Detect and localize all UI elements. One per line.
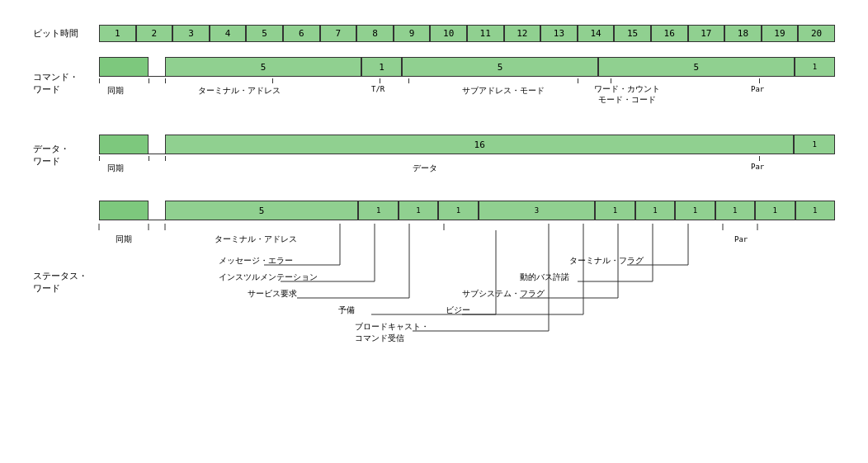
bit-cell-20: 20 xyxy=(798,25,835,42)
cmd-sync-block xyxy=(99,57,149,77)
cmd-seg-1: 5 xyxy=(165,57,361,77)
status-word-section: ステータス・ ワード 5 1 1 1 3 1 xyxy=(33,201,835,364)
bit-time-label: ビット時間 xyxy=(33,27,99,40)
svg-text:サービス要求: サービス要求 xyxy=(248,289,297,298)
svg-text:ターミナル・フラグ: ターミナル・フラグ xyxy=(569,256,644,265)
cmd-sync-gap xyxy=(149,57,165,77)
data-word-label: データ・ ワード xyxy=(33,135,99,176)
bit-cell-10: 10 xyxy=(430,25,467,42)
status-seg-2: 1 xyxy=(358,201,398,220)
data-par: 1 xyxy=(794,135,835,154)
bit-cell-13: 13 xyxy=(540,25,578,42)
bit-cell-2: 2 xyxy=(136,25,173,42)
bit-cell-9: 9 xyxy=(394,25,431,42)
bit-time-row: ビット時間 1234567891011121314151617181920 xyxy=(33,25,835,42)
bit-cell-14: 14 xyxy=(578,25,615,42)
svg-text:Par: Par xyxy=(734,235,748,243)
bit-cells: 1234567891011121314151617181920 xyxy=(99,25,835,42)
data-sync-ann: 同期 xyxy=(107,163,124,174)
status-seg-1: 5 xyxy=(165,201,358,220)
status-word-row: ステータス・ ワード 5 1 1 1 3 1 xyxy=(33,201,835,364)
cmd-sync-ann: 同期 xyxy=(107,85,124,97)
svg-text:コマンド受信: コマンド受信 xyxy=(355,333,404,343)
svg-text:サブシステム・フラグ: サブシステム・フラグ xyxy=(462,289,545,298)
data-sync-gap xyxy=(149,135,165,154)
status-seg-7: 1 xyxy=(635,201,675,220)
data-annotation-row: 同期 データ Par xyxy=(99,156,835,176)
status-seg-6: 1 xyxy=(595,201,634,220)
data-par-ann: Par xyxy=(751,163,764,171)
bit-cell-7: 7 xyxy=(320,25,357,42)
data-sync-block xyxy=(99,135,149,154)
svg-text:メッセージ・エラー: メッセージ・エラー xyxy=(219,256,293,265)
bit-cell-8: 8 xyxy=(356,25,394,42)
svg-text:同期: 同期 xyxy=(116,234,132,243)
svg-text:インスツルメンテーション: インスツルメンテーション xyxy=(219,272,318,281)
cmd-tr-ann: T/R xyxy=(371,85,384,93)
svg-text:予備: 予備 xyxy=(338,305,355,314)
status-seg-8: 1 xyxy=(675,201,715,220)
data-word-row: データ・ ワード 16 1 同期 データ Par xyxy=(33,135,835,176)
bit-cell-17: 17 xyxy=(688,25,725,42)
bit-cell-1: 1 xyxy=(99,25,136,42)
data-word-section: データ・ ワード 16 1 同期 データ Par xyxy=(33,135,835,176)
bit-cell-15: 15 xyxy=(614,25,651,42)
cmd-terminal-ann: ターミナル・アドレス xyxy=(198,85,281,97)
bit-cell-11: 11 xyxy=(467,25,504,42)
cmd-seg-3: 5 xyxy=(402,57,598,77)
cmd-subaddr-ann: サブアドレス・モード xyxy=(462,85,545,97)
bit-cell-18: 18 xyxy=(724,25,762,42)
status-seg-9: 1 xyxy=(715,201,755,220)
status-seg-4: 1 xyxy=(438,201,478,220)
status-sync-gap xyxy=(149,201,165,220)
svg-text:ブロードキャスト・: ブロードキャスト・ xyxy=(355,322,429,331)
status-sync-block xyxy=(99,201,149,220)
data-data-ann: データ xyxy=(413,163,437,174)
bit-cell-12: 12 xyxy=(504,25,541,42)
svg-text:ビジー: ビジー xyxy=(446,305,470,314)
status-annotation-area: 同期 ターミナル・アドレス Par メッセージ・エラー インスツルメンテーション xyxy=(99,224,835,364)
status-connector-svg: 同期 ターミナル・アドレス Par メッセージ・エラー インスツルメンテーション xyxy=(99,224,835,364)
svg-text:動的バス許諾: 動的バス許諾 xyxy=(520,272,569,281)
cmd-par: 1 xyxy=(795,57,835,77)
bit-cell-5: 5 xyxy=(246,25,283,42)
cmd-seg-4: 5 xyxy=(598,57,795,77)
bit-cell-4: 4 xyxy=(210,25,247,42)
bit-cell-19: 19 xyxy=(762,25,799,42)
status-seg-10: 1 xyxy=(755,201,795,220)
bit-cell-16: 16 xyxy=(651,25,688,42)
bit-cell-6: 6 xyxy=(283,25,320,42)
cmd-annotation-row: 同期 ターミナル・アドレス T/R サブアドレス・モード ワード・カウントモード… xyxy=(99,78,835,110)
cmd-wordcount-ann: ワード・カウントモード・コード xyxy=(594,83,660,105)
command-word-section: コマンド・ ワード 5 1 5 5 1 xyxy=(33,57,835,110)
diagram-container: ビット時間 1234567891011121314151617181920 コマ… xyxy=(17,17,851,380)
command-word-label: コマンド・ ワード xyxy=(33,57,99,110)
cmd-seg-2: 1 xyxy=(361,57,402,77)
status-word-label: ステータス・ ワード xyxy=(33,201,99,364)
data-seg-1: 16 xyxy=(165,135,794,154)
status-seg-5: 3 xyxy=(479,201,595,220)
command-word-row: コマンド・ ワード 5 1 5 5 1 xyxy=(33,57,835,110)
bit-cell-3: 3 xyxy=(172,25,210,42)
cmd-par-ann: Par xyxy=(751,85,764,93)
status-seg-3: 1 xyxy=(399,201,438,220)
svg-text:ターミナル・アドレス: ターミナル・アドレス xyxy=(215,234,297,243)
status-par: 1 xyxy=(795,201,835,220)
